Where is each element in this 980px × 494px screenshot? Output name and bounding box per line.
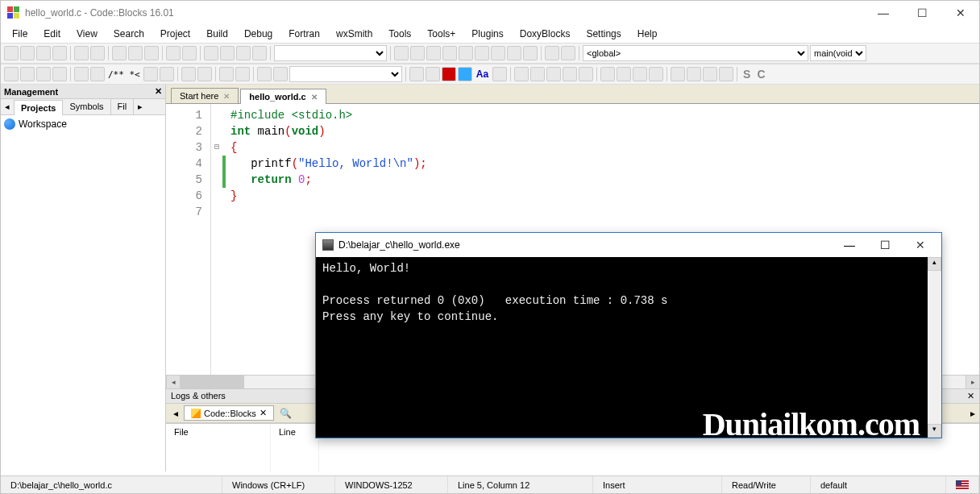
fold-column[interactable]: ⊟ [211, 104, 222, 375]
scope-select[interactable]: <global> [583, 45, 808, 61]
w9-icon[interactable] [671, 67, 685, 81]
replace-icon[interactable] [182, 46, 197, 60]
rebuild-icon[interactable] [252, 46, 267, 60]
console-scrollbar[interactable]: ▴ ▾ [928, 257, 941, 438]
run-to-cursor-icon[interactable] [410, 46, 425, 60]
e2-icon[interactable] [426, 67, 440, 81]
menu-plugins[interactable]: Plugins [465, 27, 509, 41]
menu-tools[interactable]: Tools [382, 27, 417, 41]
menu-file[interactable]: File [6, 27, 34, 41]
search-results-icon[interactable]: 🔍 [276, 406, 296, 421]
console-titlebar[interactable]: D:\belajar_c\hello_world.exe — ☐ ✕ [316, 233, 941, 257]
tab-start-here[interactable]: Start here ✕ [171, 88, 239, 103]
stop-icon[interactable] [523, 46, 538, 60]
logs-close-icon[interactable]: ✕ [967, 391, 974, 401]
menu-build[interactable]: Build [200, 27, 235, 41]
forward-icon[interactable] [20, 67, 35, 81]
run-icon[interactable] [220, 46, 235, 60]
w11-icon[interactable] [703, 67, 717, 81]
menu-search[interactable]: Search [107, 27, 151, 41]
w1-icon[interactable] [530, 67, 545, 81]
target-select[interactable] [274, 45, 387, 61]
scroll-left-icon[interactable]: ◂ [166, 376, 180, 388]
save-icon[interactable] [36, 46, 51, 60]
tab-hello-world[interactable]: hello_world.c ✕ [240, 89, 326, 104]
copy-icon[interactable] [128, 46, 143, 60]
save-all-icon[interactable] [52, 46, 67, 60]
w12-icon[interactable] [719, 67, 733, 81]
console-scroll-down-icon[interactable]: ▾ [928, 424, 941, 438]
e1-icon[interactable] [409, 67, 424, 81]
menu-settings[interactable]: Settings [579, 27, 627, 41]
break-icon[interactable] [507, 46, 521, 60]
abort2-icon[interactable] [197, 67, 212, 81]
match-case-icon[interactable]: Aa [474, 68, 491, 80]
tab-files[interactable]: Fil [111, 99, 135, 114]
redo-icon[interactable] [90, 46, 105, 60]
logs-tab-close-icon[interactable]: ✕ [260, 408, 267, 418]
jump-fwd-icon[interactable] [273, 67, 288, 81]
menu-project[interactable]: Project [154, 27, 197, 41]
menu-wxsmith[interactable]: wxSmith [330, 27, 379, 41]
minimize-button[interactable]: — [871, 6, 895, 19]
w6-icon[interactable] [617, 67, 631, 81]
console-minimize-button[interactable]: — [832, 234, 867, 256]
menu-fortran[interactable]: Fortran [282, 27, 326, 41]
find-icon[interactable] [166, 46, 181, 60]
undo-icon[interactable] [74, 46, 89, 60]
w8-icon[interactable] [649, 67, 663, 81]
tab-start-close-icon[interactable]: ✕ [223, 92, 230, 101]
w7-icon[interactable] [633, 67, 647, 81]
menu-toolsplus[interactable]: Tools+ [421, 27, 462, 41]
regex-icon[interactable] [492, 67, 507, 81]
scroll-right-icon[interactable]: ▸ [965, 376, 979, 388]
pointer-icon[interactable] [514, 67, 529, 81]
bookmark-icon[interactable] [52, 67, 67, 81]
step-instr-icon[interactable] [491, 46, 505, 60]
function-select[interactable]: main(void) [810, 45, 866, 61]
w2-icon[interactable] [546, 67, 561, 81]
jump-back-icon[interactable] [257, 67, 272, 81]
console-maximize-button[interactable]: ☐ [867, 234, 903, 256]
console-output[interactable]: Hello, World! Process returned 0 (0x0) e… [316, 257, 928, 438]
w10-icon[interactable] [687, 67, 701, 81]
w4-icon[interactable] [579, 67, 593, 81]
last-jump-icon[interactable] [36, 67, 51, 81]
search-combo[interactable] [289, 66, 402, 82]
w3-icon[interactable] [563, 67, 577, 81]
open-icon[interactable] [20, 46, 35, 60]
highlight-icon[interactable] [442, 67, 456, 81]
tab-symbols[interactable]: Symbols [63, 99, 110, 114]
debug-windows-icon[interactable] [545, 46, 559, 60]
workspace-item[interactable]: Workspace [4, 118, 162, 130]
tab-file-close-icon[interactable]: ✕ [311, 93, 318, 102]
menu-help[interactable]: Help [631, 27, 664, 41]
s-icon[interactable]: S [741, 68, 753, 81]
selection-icon[interactable] [458, 67, 472, 81]
b1-icon[interactable] [219, 67, 234, 81]
logs-tab-left-icon[interactable]: ◂ [169, 406, 182, 421]
doxy4-icon[interactable] [160, 67, 174, 81]
doxy2-icon[interactable] [90, 67, 105, 81]
menu-edit[interactable]: Edit [37, 27, 67, 41]
console-close-button[interactable]: ✕ [903, 234, 938, 256]
step-into-icon[interactable] [442, 46, 457, 60]
cut-icon[interactable] [112, 46, 127, 60]
mgmt-tab-left-icon[interactable]: ◂ [1, 99, 14, 114]
menu-doxyblocks[interactable]: DoxyBlocks [513, 27, 577, 41]
build-icon[interactable] [204, 46, 218, 60]
menu-view[interactable]: View [70, 27, 104, 41]
logs-tab-codeblocks[interactable]: Code::Blocks ✕ [184, 405, 274, 421]
paste-icon[interactable] [144, 46, 159, 60]
mgmt-tab-right-icon[interactable]: ▸ [134, 99, 147, 114]
console-scroll-up-icon[interactable]: ▴ [928, 257, 941, 271]
management-close-icon[interactable]: ✕ [155, 86, 162, 97]
doxy3-icon[interactable] [143, 67, 158, 81]
tab-projects[interactable]: Projects [14, 100, 63, 115]
console-window[interactable]: D:\belajar_c\hello_world.exe — ☐ ✕ Hello… [315, 232, 942, 438]
c-icon[interactable]: C [754, 68, 767, 81]
build-run-icon[interactable] [236, 46, 251, 60]
w5-icon[interactable] [600, 67, 615, 81]
info-icon[interactable] [561, 46, 575, 60]
menu-debug[interactable]: Debug [238, 27, 279, 41]
